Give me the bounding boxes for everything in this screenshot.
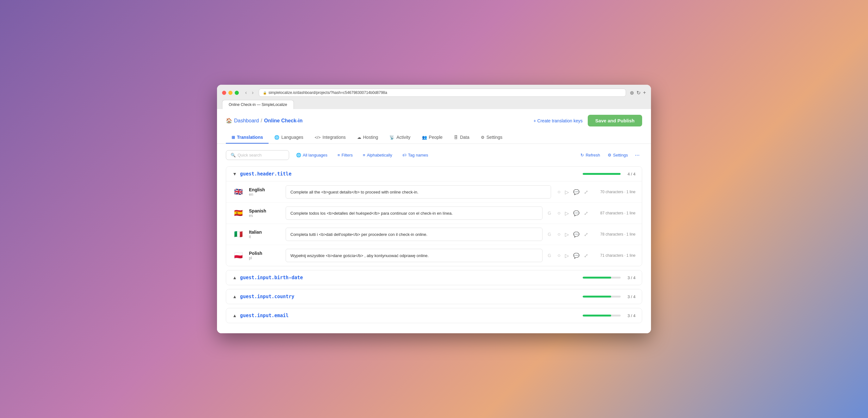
settings-translations-button[interactable]: ⚙ Settings (604, 151, 631, 159)
flag-es: 🇪🇸 (232, 207, 244, 219)
close-button[interactable] (222, 91, 226, 95)
key-name-label: guest.header.title (240, 171, 292, 177)
data-icon: 🗄 (454, 135, 458, 140)
tab-activity[interactable]: 📡 Activity (384, 132, 416, 143)
filter-icon: ≡ (338, 153, 340, 157)
flag-pl: 🇵🇱 (232, 250, 244, 261)
tab-translations[interactable]: ⊞ Translations (226, 132, 269, 143)
key-group-header[interactable]: ▲ guest.input.birth-date 3 / 4 (226, 270, 642, 285)
key-name-label: guest.input.country (240, 294, 294, 299)
auto-translate-icon: G (548, 211, 551, 216)
circle-action-button[interactable]: ○ (556, 251, 562, 260)
lock-icon: 🔒 (263, 91, 267, 95)
maximize-button[interactable] (235, 91, 239, 95)
address-bar[interactable]: 🔒 simplelocalize.io/dashboard/projects/?… (259, 89, 626, 97)
back-button[interactable]: ‹ (244, 89, 248, 96)
create-translation-keys-button[interactable]: + Create translation keys (534, 118, 583, 123)
more-options-button[interactable]: ··· (632, 151, 642, 160)
play-action-button[interactable]: ▷ (564, 230, 570, 239)
refresh-translations-button[interactable]: ↻ Refresh (577, 151, 603, 159)
tab-languages[interactable]: 🌐 Languages (269, 132, 309, 143)
filters-button[interactable]: ≡ Filters (334, 151, 356, 159)
table-row: 🇵🇱 Polish pl G ○ ▷ 💬 ⤢ 7 (226, 245, 642, 266)
entry-meta: 71 characters · 1 line (594, 253, 636, 258)
auto-translate-icon: G (548, 253, 551, 258)
translation-input-en[interactable] (286, 185, 551, 199)
key-name-label: guest.input.birth-date (240, 275, 303, 281)
key-group-guest-input-birth-date: ▲ guest.input.birth-date 3 / 4 (226, 270, 642, 285)
tab-data[interactable]: 🗄 Data (448, 132, 475, 143)
refresh-button[interactable]: ↻ (637, 90, 641, 96)
lang-code: it (249, 235, 281, 239)
circle-action-button[interactable]: ○ (556, 188, 562, 196)
comment-action-button[interactable]: 💬 (572, 251, 581, 260)
progress-bar (583, 296, 621, 297)
flag-en: 🇬🇧 (232, 186, 244, 198)
header-actions: + Create translation keys Save and Publi… (534, 115, 642, 126)
play-action-button[interactable]: ▷ (564, 209, 570, 218)
browser-tab[interactable]: Online Check-in — SimpleLocalize (222, 100, 294, 109)
progress-label: 3 / 4 (624, 294, 636, 299)
tab-settings[interactable]: ⚙ Settings (475, 132, 508, 143)
new-tab-button[interactable]: + (643, 90, 646, 95)
comment-action-button[interactable]: 💬 (572, 209, 581, 218)
save-and-publish-button[interactable]: Save and Publish (588, 115, 642, 126)
expand-action-button[interactable]: ⤢ (583, 230, 589, 239)
play-action-button[interactable]: ▷ (564, 251, 570, 260)
progress-bar-fill (583, 315, 611, 317)
entry-meta: 78 characters · 1 line (594, 232, 636, 236)
key-group-header[interactable]: ▲ guest.input.email 3 / 4 (226, 308, 642, 323)
key-header-left: ▲ guest.input.country (232, 294, 294, 299)
tag-icon: 🏷 (402, 153, 406, 157)
browser-chrome: ‹ › 🔒 simplelocalize.io/dashboard/projec… (217, 85, 651, 109)
progress-bar (583, 315, 621, 317)
lang-code: pl (249, 256, 281, 260)
browser-window: ‹ › 🔒 simplelocalize.io/dashboard/projec… (217, 85, 651, 333)
key-group-header[interactable]: ▼ guest.header.title 4 / 4 (226, 167, 642, 181)
expand-action-button[interactable]: ⤢ (583, 209, 589, 218)
minimize-button[interactable] (228, 91, 232, 95)
expand-action-button[interactable]: ⤢ (583, 251, 589, 260)
circle-action-button[interactable]: ○ (556, 230, 562, 238)
search-icon: 🔍 (230, 153, 236, 157)
lang-info-es: Spanish es (249, 208, 281, 218)
play-action-button[interactable]: ▷ (564, 188, 570, 196)
alphabetically-button[interactable]: ≡ Alphabetically (360, 151, 395, 159)
comment-action-button[interactable]: 💬 (572, 188, 581, 196)
chevron-up-icon: ▲ (232, 275, 237, 280)
tag-names-button[interactable]: 🏷 Tag names (399, 151, 431, 159)
tab-integrations[interactable]: </> Integrations (309, 132, 351, 143)
translation-input-es[interactable] (286, 206, 542, 220)
key-header-right: 3 / 4 (583, 294, 636, 299)
translation-input-it[interactable] (286, 228, 542, 241)
dashboard-link[interactable]: Dashboard (234, 118, 259, 124)
toolbar-right: ↻ Refresh ⚙ Settings ··· (577, 151, 642, 160)
nav-tabs: ⊞ Translations 🌐 Languages </> Integrati… (226, 132, 642, 143)
key-header-right: 4 / 4 (583, 172, 636, 176)
breadcrumb-separator: / (261, 118, 262, 124)
forward-button[interactable]: › (251, 89, 255, 96)
progress-label: 3 / 4 (624, 276, 636, 280)
app-header: 🏠 Dashboard / Online Check-in + Create t… (217, 109, 651, 144)
chevron-up-icon: ▲ (232, 294, 237, 299)
key-name-label: guest.input.email (240, 313, 289, 318)
hosting-icon: ☁ (357, 135, 361, 140)
lang-name: Spanish (249, 208, 281, 214)
tab-hosting[interactable]: ☁ Hosting (351, 132, 384, 143)
circle-action-button[interactable]: ○ (556, 209, 562, 217)
translation-input-pl[interactable] (286, 249, 542, 262)
settings-gear-icon: ⚙ (608, 153, 612, 157)
globe-icon: 🌐 (296, 153, 301, 157)
search-box[interactable]: 🔍 Quick search (226, 150, 289, 160)
all-languages-button[interactable]: 🌐 All languages (293, 151, 331, 159)
expand-action-button[interactable]: ⤢ (583, 188, 589, 196)
translations-icon: ⊞ (231, 135, 235, 140)
settings-icon: ⚙ (481, 135, 485, 140)
comment-action-button[interactable]: 💬 (572, 230, 581, 239)
lang-info-en: English en (249, 187, 281, 197)
table-row: 🇮🇹 Italian it G ○ ▷ 💬 ⤢ (226, 224, 642, 245)
key-group-header[interactable]: ▲ guest.input.country 3 / 4 (226, 289, 642, 304)
tab-people[interactable]: 👥 People (416, 132, 448, 143)
translate-page-button[interactable]: ⊕ (630, 90, 634, 96)
lang-code: es (249, 214, 281, 218)
